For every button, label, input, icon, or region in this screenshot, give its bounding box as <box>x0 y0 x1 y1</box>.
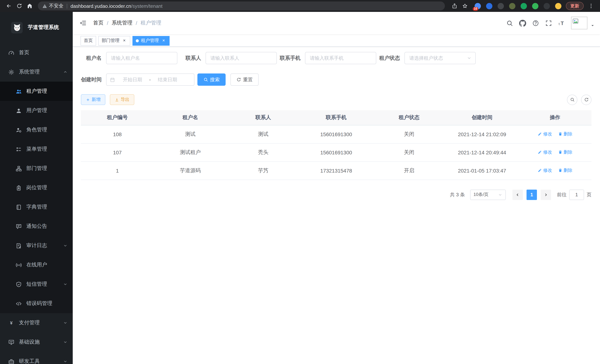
cell-tenant-name: 芋道源码 <box>154 161 227 180</box>
sidebar-item-tenant[interactable]: 租户管理 <box>0 82 73 101</box>
edit-link[interactable]: 修改 <box>537 149 552 156</box>
reset-button[interactable]: 重置 <box>230 74 259 86</box>
fullscreen-icon[interactable] <box>545 19 552 27</box>
chevron-right-icon <box>544 192 548 197</box>
sidebar-item-menu[interactable]: 菜单管理 <box>0 140 73 159</box>
sidebar-item-error-code[interactable]: 错误码管理 <box>0 294 73 313</box>
chevron-down-icon <box>63 282 67 286</box>
sidebar-item-post[interactable]: 岗位管理 <box>0 178 73 197</box>
search-icon <box>203 77 208 82</box>
browser-menu-kebab-icon[interactable] <box>586 1 596 11</box>
tab-tenant[interactable]: 租户管理 × <box>132 36 169 46</box>
export-button[interactable]: 导出 <box>110 94 134 105</box>
delete-link[interactable]: 删除 <box>558 131 572 137</box>
close-tab-icon[interactable]: × <box>122 38 127 43</box>
navbar-right <box>506 17 595 29</box>
page-number-button[interactable]: 1 <box>526 189 537 200</box>
sidebar-item-home[interactable]: 首页 <box>0 43 73 62</box>
github-icon[interactable] <box>519 19 526 27</box>
active-tab-dot <box>136 39 139 42</box>
extension-icon-4[interactable] <box>509 3 516 9</box>
table-row: 107 测试租户 秃头 15601691300 关闭 2021-12-14 20… <box>81 143 591 161</box>
trash-icon <box>558 168 562 173</box>
sidebar-item-online-user[interactable]: 在线用户 <box>0 255 73 275</box>
sidebar-item-sms[interactable]: 短信管理 <box>0 275 73 294</box>
tenant-icon <box>16 88 22 94</box>
sidebar-item-role[interactable]: 角色管理 <box>0 120 73 140</box>
sidebar-item-system[interactable]: 系统管理 <box>0 62 73 82</box>
extension-icon-3[interactable] <box>497 3 504 9</box>
help-icon[interactable] <box>532 19 539 27</box>
add-button[interactable]: 新增 <box>81 94 105 105</box>
code-icon <box>16 300 22 307</box>
cell-phone: 17321315478 <box>300 161 373 180</box>
extension-icon-6[interactable] <box>532 3 538 9</box>
extension-icon-2[interactable] <box>486 3 492 9</box>
user-avatar[interactable] <box>571 17 587 29</box>
sidebar-item-notice[interactable]: 通知公告 <box>0 217 73 236</box>
breadcrumb-system[interactable]: 系统管理 <box>112 20 132 26</box>
edit-link[interactable]: 修改 <box>537 131 552 137</box>
tab-dept[interactable]: 部门管理 × <box>98 36 130 46</box>
delete-link[interactable]: 删除 <box>558 149 572 156</box>
address-bar[interactable]: 不安全 dashboard.yudao.iocoder.cn /system/t… <box>38 1 445 10</box>
page-size-select[interactable]: 10条/页 <box>470 189 506 200</box>
table-column-header: 租户状态 <box>373 110 446 125</box>
search-button[interactable]: 搜索 <box>197 74 225 86</box>
extension-icon-5[interactable] <box>521 3 527 9</box>
browser-home-button[interactable] <box>25 1 35 11</box>
tab-home[interactable]: 首页 <box>81 36 96 46</box>
next-page-button[interactable] <box>541 189 551 200</box>
not-secure-label[interactable]: 不安全 <box>49 3 64 9</box>
extension-icon-8[interactable] <box>555 3 562 9</box>
tenant-name-input[interactable] <box>106 52 177 64</box>
breadcrumb-home[interactable]: 首页 <box>93 20 103 26</box>
breadcrumb-tenant[interactable]: 租户管理 <box>141 20 161 26</box>
font-size-icon[interactable] <box>558 19 565 27</box>
share-icon[interactable] <box>449 1 460 11</box>
close-tab-icon[interactable]: × <box>161 38 166 43</box>
sidebar-item-dev-tool[interactable]: 研发工具 <box>0 352 73 364</box>
delete-link[interactable]: 删除 <box>558 167 572 174</box>
contact-input[interactable] <box>206 52 277 64</box>
create-time-range-picker[interactable]: - <box>106 74 194 86</box>
cell-phone: 15601691300 <box>300 143 373 161</box>
sidebar-item-pay[interactable]: 支付管理 <box>0 313 73 332</box>
sidebar-item-audit-log[interactable]: 审计日志 <box>0 236 73 255</box>
not-secure-warning-icon <box>42 3 47 8</box>
sidebar-item-infra[interactable]: 基础设施 <box>0 332 73 352</box>
trash-icon <box>558 150 562 155</box>
end-date-input[interactable] <box>151 77 184 82</box>
role-icon <box>16 127 22 133</box>
edit-link[interactable]: 修改 <box>537 167 552 174</box>
sidebar-item-user[interactable]: 用户管理 <box>0 101 73 120</box>
app-logo-image <box>11 22 23 33</box>
search-icon[interactable] <box>506 19 513 27</box>
sidebar-item-dict[interactable]: 字典管理 <box>0 197 73 217</box>
cell-contact: 测试 <box>227 125 300 143</box>
table-column-header: 联系手机 <box>300 110 373 125</box>
chevron-down-icon <box>467 56 472 60</box>
browser-update-button[interactable]: 更新 <box>566 2 584 10</box>
cell-tenant-id: 1 <box>81 161 154 180</box>
cell-tenant-id: 108 <box>81 125 154 143</box>
sidebar-item-dept[interactable]: 部门管理 <box>0 159 73 178</box>
extension-icon-1[interactable]: 10 <box>475 3 481 9</box>
avatar-caret-down-icon[interactable] <box>590 23 595 28</box>
refresh-table-button[interactable] <box>581 94 591 105</box>
extension-icon-7[interactable] <box>544 3 550 9</box>
contact-phone-input[interactable] <box>305 52 376 64</box>
bookmark-star-icon[interactable] <box>460 1 470 11</box>
gear-icon <box>8 69 14 75</box>
app-title: 芋道管理系统 <box>28 24 59 31</box>
search-icon <box>570 97 575 102</box>
sidebar-fold-icon[interactable] <box>79 19 87 27</box>
chevron-up-icon <box>63 70 67 74</box>
browser-back-button[interactable] <box>4 1 14 11</box>
prev-page-button[interactable] <box>512 189 523 200</box>
tenant-status-select[interactable]: 请选择租户状态 <box>404 52 476 64</box>
start-date-input[interactable] <box>116 77 149 82</box>
toggle-search-button[interactable] <box>567 94 577 105</box>
goto-page-input[interactable] <box>569 189 584 200</box>
browser-reload-button[interactable] <box>14 1 25 11</box>
